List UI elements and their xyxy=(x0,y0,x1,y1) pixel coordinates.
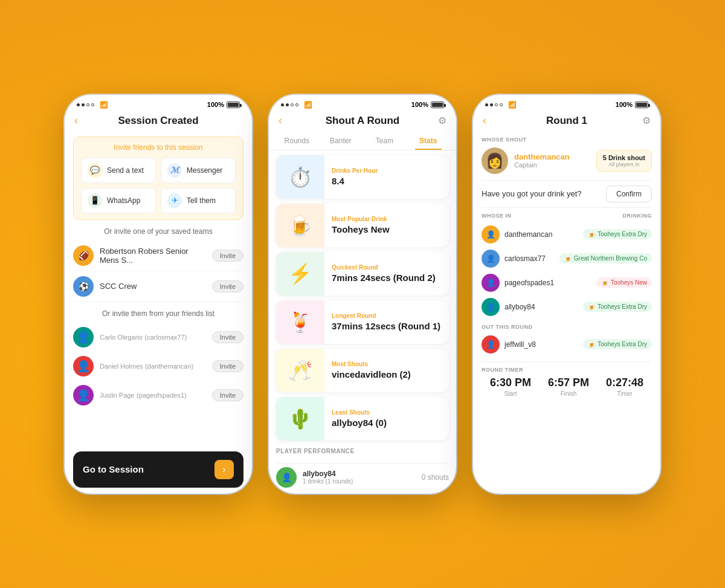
battery-fill-3 xyxy=(636,103,647,107)
phones-container: 📶 100% ‹ Session Created Invite friends … xyxy=(65,95,660,494)
whatsapp-button[interactable]: 📱 WhatsApp xyxy=(81,188,156,213)
battery-fill-2 xyxy=(432,103,443,107)
list-item: 🏈 Robertson Robers Senior Mens S... Invi… xyxy=(73,241,243,271)
timer-row: 6:30 PM Start 6:57 PM Finish 0:27:48 Tim… xyxy=(482,376,652,397)
stats-list: ⏱️ Drinks Per Hour 8.4 🍺 Most Popular Dr… xyxy=(269,150,456,494)
send-text-label: Send a text xyxy=(107,166,144,175)
battery-icon-2 xyxy=(431,102,444,108)
signal-dot-1 xyxy=(77,103,80,106)
confirm-button[interactable]: Confirm xyxy=(606,186,652,202)
timer-finish: 6:57 PM Finish xyxy=(548,376,589,397)
status-dots: 📶 xyxy=(77,101,108,109)
invite-friend-1-button[interactable]: Invite xyxy=(212,331,243,343)
drinker-avatar-3: 👤 xyxy=(482,274,500,292)
battery-icon-3 xyxy=(635,102,648,108)
timer-start-label: Start xyxy=(490,390,531,397)
stat-label-quickest-round: Quickest Round xyxy=(332,264,436,271)
tab-rounds[interactable]: Rounds xyxy=(275,132,319,150)
list-item: 👤 Carlo Olegario (carlosmax77) Invite xyxy=(73,323,243,352)
invite-friend-3-button[interactable]: Invite xyxy=(212,389,243,401)
confirm-question: Have you got your drink yet? xyxy=(482,189,581,198)
stat-label-most-shouts: Most Shouts xyxy=(332,361,411,367)
drinker-avatar-1: 👤 xyxy=(482,225,500,244)
stat-img-quickest-round: ⚡ xyxy=(276,252,324,296)
drink-badge-2: 🍺 Great Northern Brewing Co xyxy=(559,253,652,263)
status-bar-1: 📶 100% xyxy=(65,95,252,111)
wifi-icon: 📶 xyxy=(100,101,108,109)
friend-avatar-3: 👤 xyxy=(73,385,94,405)
gear-icon-2[interactable]: ⚙ xyxy=(438,115,446,126)
stat-label-popular-drink: Most Popular Drink xyxy=(332,216,390,222)
drinker-avatar-2: 👤 xyxy=(482,250,500,268)
tellthem-label: Tell them xyxy=(187,196,216,205)
invite-friend-2-button[interactable]: Invite xyxy=(212,360,243,372)
timer-finish-value: 6:57 PM xyxy=(548,376,589,389)
invite-banner-text: Invite friends to this session xyxy=(81,143,236,152)
out-avatar-1: 👤 xyxy=(482,335,500,354)
battery-status: 100% xyxy=(207,101,240,108)
stat-value-most-shouts: vincedavidleon (2) xyxy=(332,369,411,380)
messenger-button[interactable]: ℳ Messenger xyxy=(161,158,236,183)
timer-label: ROUND TIMER xyxy=(482,367,652,373)
stat-img-most-shouts: 🥂 xyxy=(276,349,324,392)
phone-session-created: 📶 100% ‹ Session Created Invite friends … xyxy=(65,95,252,494)
friend-avatar-1: 👤 xyxy=(73,327,94,347)
timer-elapsed-label: Timer xyxy=(606,390,643,397)
back-arrow-3[interactable]: ‹ xyxy=(483,114,486,127)
out-name-1: jeffwill_v8 xyxy=(504,340,578,349)
send-text-button[interactable]: 💬 Send a text xyxy=(81,158,156,183)
signal-dot-3 xyxy=(291,103,294,106)
tab-bar: Rounds Banter Team Stats xyxy=(269,132,456,150)
signal-dot-3 xyxy=(495,103,498,106)
whose-in-header: WHOSE IN DRINKING xyxy=(482,213,652,219)
stat-body-drinks-per-hour: Drinks Per Hour 8.4 xyxy=(324,163,385,191)
timer-elapsed-value: 0:27:48 xyxy=(606,376,643,389)
list-item: 🌵 Least Shouts allyboy84 (0) xyxy=(276,397,449,441)
invite-team-2-button[interactable]: Invite xyxy=(212,280,243,292)
tab-team[interactable]: Team xyxy=(362,132,407,150)
stat-img-drinks-per-hour: ⏱️ xyxy=(276,155,324,199)
battery-percent: 100% xyxy=(207,101,224,108)
signal-dot-4 xyxy=(91,103,94,106)
phone-shout-round: 📶 100% ‹ Shout A Round ⚙ Rounds Banter T… xyxy=(269,95,456,494)
back-arrow[interactable]: ‹ xyxy=(74,114,78,127)
tab-stats[interactable]: Stats xyxy=(407,132,451,150)
timer-start-value: 6:30 PM xyxy=(490,376,531,389)
phone2-header: ‹ Shout A Round ⚙ xyxy=(269,111,456,132)
tellthem-button[interactable]: ✈ Tell them xyxy=(161,188,236,213)
perf-name-1: allyboy84 1 drinks (1 rounds) xyxy=(303,470,416,485)
drinker-name-2: carlosmax77 xyxy=(504,254,555,263)
signal-dot-4 xyxy=(295,103,298,106)
go-session-arrow-icon: › xyxy=(214,460,234,479)
tab-banter[interactable]: Banter xyxy=(319,132,363,150)
list-item: 👤 danthemancan 🍺 Tooheys Extra Dry xyxy=(482,222,652,247)
stat-label-least-shouts: Least Shouts xyxy=(332,409,387,416)
drinker-name-1: danthemancan xyxy=(504,230,578,239)
saved-teams-title: Or invite one of your saved teams xyxy=(65,227,252,236)
list-item: 👤 allyboy84 1 drinks (1 rounds) 0 shouts xyxy=(276,463,449,491)
invite-team-1-button[interactable]: Invite xyxy=(212,250,243,262)
page-title: Session Created xyxy=(118,115,198,127)
wifi-icon-3: 📶 xyxy=(508,101,517,109)
battery-status-2: 100% xyxy=(411,101,444,108)
signal-dot-1 xyxy=(281,103,284,106)
list-item: 👤 pageofspades1 🍺 Tooheys New xyxy=(482,271,652,295)
status-bar-2: 📶 100% xyxy=(269,95,456,111)
gear-icon-3[interactable]: ⚙ xyxy=(642,115,651,126)
stat-label-longest-round: Longest Round xyxy=(332,312,440,319)
stat-img-longest-round: 🍹 xyxy=(276,300,324,344)
messenger-icon: ℳ xyxy=(167,163,182,178)
invite-banner: Invite friends to this session 💬 Send a … xyxy=(73,137,243,220)
status-dots-3: 📶 xyxy=(485,101,517,109)
team-avatar-2: ⚽ xyxy=(73,276,94,297)
friend-avatar-2: 👤 xyxy=(73,356,94,376)
stat-value-popular-drink: Tooheys New xyxy=(332,224,390,234)
go-session-button[interactable]: Go to Session › xyxy=(73,451,243,488)
list-item: 👤 allyboy84 🍺 Tooheys Extra Dry xyxy=(482,295,652,319)
confirm-row: Have you got your drink yet? Confirm xyxy=(482,180,652,208)
friend-name-1: Carlo Olegario (carlosmax77) xyxy=(100,332,206,341)
drink-badge-3: 🍺 Tooheys New xyxy=(596,277,652,288)
back-arrow-2[interactable]: ‹ xyxy=(279,114,282,127)
invite-buttons-grid: 💬 Send a text ℳ Messenger 📱 WhatsApp ✈ T… xyxy=(81,158,236,213)
phone-round1: 📶 100% ‹ Round 1 ⚙ WHOSE SHOUT 👩 danthe xyxy=(473,95,660,494)
